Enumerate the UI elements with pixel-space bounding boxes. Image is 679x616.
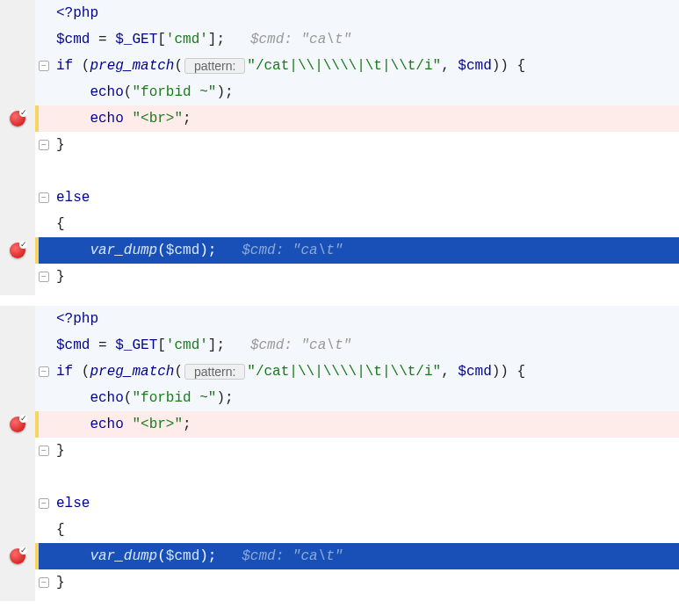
code-line[interactable]: −}	[0, 132, 679, 158]
code-content[interactable]: if (preg_match( pattern: "/cat|\\|\\\\|\…	[53, 359, 679, 385]
code-line[interactable]: {	[0, 211, 679, 237]
fold-gutter[interactable]	[35, 79, 53, 105]
code-content[interactable]	[53, 464, 679, 490]
breakpoint-gutter[interactable]	[0, 79, 35, 105]
code-editor-panel[interactable]: <?php$cmd = $_GET['cmd']; $cmd: "ca\t"−i…	[0, 306, 679, 601]
code-content[interactable]: echo "<br>";	[53, 411, 679, 438]
fold-gutter[interactable]	[35, 306, 53, 332]
breakpoint-gutter[interactable]	[0, 306, 35, 332]
breakpoint-gutter[interactable]	[0, 359, 35, 385]
fold-gutter[interactable]: −	[35, 569, 53, 596]
code-content[interactable]: $cmd = $_GET['cmd']; $cmd: "ca\t"	[53, 26, 679, 53]
fold-toggle-icon[interactable]: −	[39, 192, 49, 203]
fold-gutter[interactable]	[35, 517, 53, 543]
fold-gutter[interactable]	[35, 411, 53, 438]
code-line[interactable]: echo("forbid ~");	[0, 385, 679, 411]
breakpoint-gutter[interactable]	[0, 385, 35, 411]
code-editor-panel[interactable]: <?php$cmd = $_GET['cmd']; $cmd: "ca\t"−i…	[0, 0, 679, 295]
code-content[interactable]: $cmd = $_GET['cmd']; $cmd: "ca\t"	[53, 332, 679, 359]
code-content[interactable]: }	[53, 569, 679, 596]
code-line[interactable]: −if (preg_match( pattern: "/cat|\\|\\\\|…	[0, 359, 679, 385]
code-content[interactable]: {	[53, 211, 679, 237]
fold-gutter[interactable]	[35, 158, 53, 185]
breakpoint-gutter[interactable]	[0, 332, 35, 359]
breakpoint-icon[interactable]	[10, 243, 25, 258]
fold-gutter[interactable]	[35, 26, 53, 53]
fold-toggle-icon[interactable]: −	[39, 140, 49, 150]
breakpoint-gutter[interactable]	[0, 411, 35, 438]
code-content[interactable]: }	[53, 132, 679, 158]
fold-toggle-icon[interactable]: −	[39, 272, 49, 282]
code-line[interactable]: <?php	[0, 0, 679, 26]
code-content[interactable]: else	[53, 490, 679, 517]
fold-gutter[interactable]	[35, 0, 53, 26]
fold-gutter[interactable]: −	[35, 185, 53, 211]
fold-gutter[interactable]: −	[35, 132, 53, 158]
code-line[interactable]: −}	[0, 569, 679, 596]
fold-toggle-icon[interactable]: −	[39, 61, 49, 71]
code-line[interactable]: −if (preg_match( pattern: "/cat|\\|\\\\|…	[0, 53, 679, 79]
breakpoint-gutter[interactable]	[0, 490, 35, 517]
code-line[interactable]: $cmd = $_GET['cmd']; $cmd: "ca\t"	[0, 26, 679, 53]
breakpoint-gutter[interactable]	[0, 517, 35, 543]
fold-toggle-icon[interactable]: −	[39, 577, 49, 588]
fold-gutter[interactable]	[35, 543, 53, 569]
code-line[interactable]: −else	[0, 490, 679, 517]
fold-gutter[interactable]: −	[35, 53, 53, 79]
code-content[interactable]: echo "<br>";	[53, 105, 679, 132]
code-content[interactable]: }	[53, 264, 679, 290]
code-content[interactable]: <?php	[53, 0, 679, 26]
breakpoint-icon[interactable]	[10, 111, 25, 127]
code-content[interactable]: var_dump($cmd); $cmd: "ca\t"	[53, 237, 679, 264]
fold-gutter[interactable]: −	[35, 264, 53, 290]
code-line[interactable]: <?php	[0, 306, 679, 332]
code-line[interactable]	[0, 464, 679, 490]
fold-gutter[interactable]	[35, 332, 53, 359]
breakpoint-gutter[interactable]	[0, 464, 35, 490]
fold-toggle-icon[interactable]: −	[39, 366, 49, 377]
code-content[interactable]: else	[53, 185, 679, 211]
breakpoint-gutter[interactable]	[0, 543, 35, 569]
code-line[interactable]: echo "<br>";	[0, 411, 679, 438]
code-content[interactable]: echo("forbid ~");	[53, 79, 679, 105]
code-line[interactable]: −else	[0, 185, 679, 211]
breakpoint-gutter[interactable]	[0, 438, 35, 464]
code-line[interactable]: −}	[0, 438, 679, 464]
breakpoint-icon[interactable]	[10, 417, 25, 432]
breakpoint-gutter[interactable]	[0, 26, 35, 53]
code-content[interactable]: echo("forbid ~");	[53, 385, 679, 411]
breakpoint-gutter[interactable]	[0, 158, 35, 185]
fold-gutter[interactable]: −	[35, 438, 53, 464]
breakpoint-gutter[interactable]	[0, 237, 35, 264]
fold-toggle-icon[interactable]: −	[39, 498, 49, 509]
breakpoint-gutter[interactable]	[0, 0, 35, 26]
code-content[interactable]: <?php	[53, 306, 679, 332]
breakpoint-gutter[interactable]	[0, 132, 35, 158]
breakpoint-gutter[interactable]	[0, 211, 35, 237]
breakpoint-gutter[interactable]	[0, 185, 35, 211]
code-line[interactable]: {	[0, 517, 679, 543]
fold-toggle-icon[interactable]: −	[39, 446, 49, 456]
breakpoint-icon[interactable]	[10, 548, 25, 564]
fold-gutter[interactable]	[35, 237, 53, 264]
breakpoint-gutter[interactable]	[0, 53, 35, 79]
fold-gutter[interactable]: −	[35, 359, 53, 385]
fold-gutter[interactable]	[35, 464, 53, 490]
fold-gutter[interactable]	[35, 211, 53, 237]
code-content[interactable]: }	[53, 438, 679, 464]
breakpoint-gutter[interactable]	[0, 264, 35, 290]
code-content[interactable]: if (preg_match( pattern: "/cat|\\|\\\\|\…	[53, 53, 679, 79]
code-line[interactable]	[0, 158, 679, 185]
code-line[interactable]: $cmd = $_GET['cmd']; $cmd: "ca\t"	[0, 332, 679, 359]
fold-gutter[interactable]	[35, 385, 53, 411]
code-line[interactable]: echo "<br>";	[0, 105, 679, 132]
code-line[interactable]: echo("forbid ~");	[0, 79, 679, 105]
code-line[interactable]: var_dump($cmd); $cmd: "ca\t"	[0, 543, 679, 569]
code-content[interactable]: {	[53, 517, 679, 543]
code-content[interactable]	[53, 158, 679, 185]
code-line[interactable]: −}	[0, 264, 679, 290]
code-content[interactable]: var_dump($cmd); $cmd: "ca\t"	[53, 543, 679, 569]
breakpoint-gutter[interactable]	[0, 105, 35, 132]
code-line[interactable]: var_dump($cmd); $cmd: "ca\t"	[0, 237, 679, 264]
fold-gutter[interactable]	[35, 105, 53, 132]
